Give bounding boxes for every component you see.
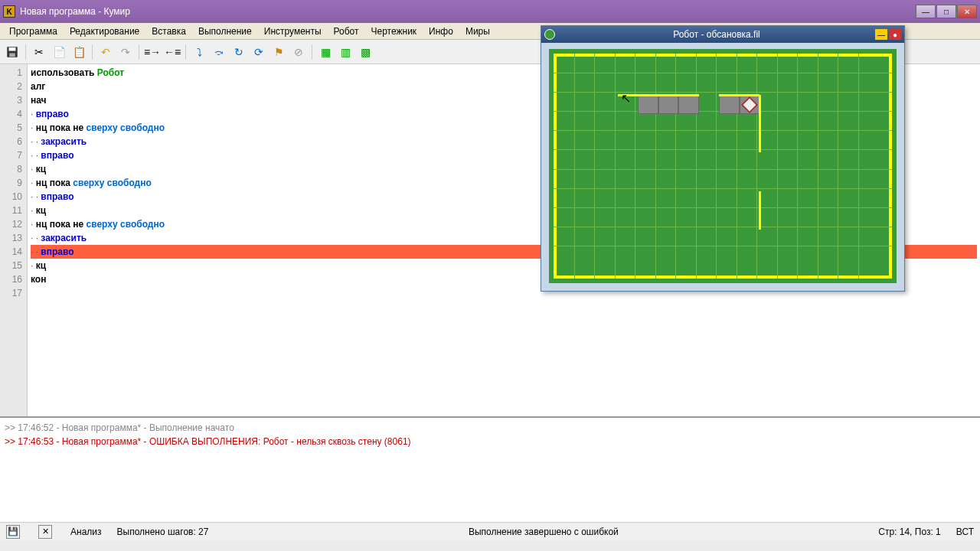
copy-button[interactable]: 📄	[50, 43, 68, 61]
menu-8[interactable]: Миры	[459, 24, 496, 38]
status-pos: Стр: 14, Поз: 1	[878, 527, 941, 537]
save-status-icon[interactable]: 💾	[6, 525, 20, 539]
close-status-icon[interactable]: ✕	[38, 525, 52, 539]
menu-7[interactable]: Инфо	[423, 24, 459, 38]
undo-button[interactable]: ↶	[96, 43, 115, 61]
line-gutter: 1234567891011121314151617	[0, 64, 28, 416]
robot-close-button[interactable]: ●	[889, 29, 901, 40]
close-button[interactable]: ✕	[957, 5, 977, 18]
robot-minimize-button[interactable]: —	[875, 29, 887, 40]
window-title: Новая программа - Кумир	[20, 6, 916, 17]
menu-1[interactable]: Редактирование	[64, 24, 145, 38]
indent-button[interactable]: ≡→	[143, 43, 162, 61]
painted-cell	[719, 95, 740, 114]
menu-3[interactable]: Выполнение	[192, 24, 258, 38]
console-line: >> 17:46:52 - Новая программа* - Выполне…	[5, 421, 975, 435]
painted-cell	[678, 95, 699, 114]
menu-5[interactable]: Робот	[328, 24, 365, 38]
statusbar: 💾 ✕ Анализ Выполнено шагов: 27 Выполнени…	[0, 522, 980, 540]
menu-2[interactable]: Вставка	[145, 24, 192, 38]
painted-cell	[638, 95, 658, 114]
robot-title: Робот - обсановка.fil	[560, 29, 874, 40]
status-steps: Выполнено шагов: 27	[117, 527, 209, 537]
status-result: Выполнение завершено с ошибкой	[469, 527, 619, 537]
robot-icon	[544, 29, 555, 40]
grid2-button[interactable]: ▥	[336, 43, 354, 61]
grid1-button[interactable]: ▦	[316, 43, 335, 61]
run-to-button[interactable]: ⚑	[270, 43, 288, 61]
outdent-button[interactable]: ←≡	[163, 43, 181, 61]
run-fast-button[interactable]: ⟳	[250, 43, 268, 61]
redo-button[interactable]: ↷	[116, 43, 135, 61]
paste-button[interactable]: 📋	[70, 43, 88, 61]
wall	[719, 94, 760, 96]
robot-window[interactable]: Робот - обсановка.fil — ● ↖	[541, 25, 905, 292]
painted-cell	[658, 95, 679, 114]
robot-field[interactable]	[549, 49, 897, 283]
app-icon: K	[3, 5, 15, 18]
step-in-button[interactable]: ⤵	[190, 43, 208, 61]
minimize-button[interactable]: —	[916, 5, 936, 18]
robot-titlebar: Робот - обсановка.fil — ●	[541, 26, 904, 43]
grid-lines	[554, 54, 892, 279]
console: >> 17:46:52 - Новая программа* - Выполне…	[0, 416, 980, 523]
step-over-button[interactable]: ⤼	[210, 43, 228, 61]
stop-button[interactable]: ⊘	[289, 43, 308, 61]
menu-0[interactable]: Программа	[3, 24, 64, 38]
maximize-button[interactable]: □	[936, 5, 956, 18]
svg-rect-2	[9, 53, 15, 57]
wall	[618, 94, 699, 96]
console-line: >> 17:46:53 - Новая программа* - ОШИБКА …	[5, 435, 975, 448]
menu-4[interactable]: Инструменты	[258, 24, 328, 38]
run-button[interactable]: ↻	[230, 43, 248, 61]
grid3-button[interactable]: ▩	[356, 43, 374, 61]
save-button[interactable]	[3, 43, 21, 61]
menu-6[interactable]: Чертежник	[365, 24, 423, 38]
cut-button[interactable]: ✂	[30, 43, 48, 61]
svg-rect-1	[9, 47, 16, 51]
status-analysis: Анализ	[70, 527, 102, 537]
wall	[759, 191, 761, 230]
status-mode: ВСТ	[956, 527, 974, 537]
titlebar: K Новая программа - Кумир — □ ✕	[0, 0, 980, 23]
wall	[759, 95, 761, 152]
